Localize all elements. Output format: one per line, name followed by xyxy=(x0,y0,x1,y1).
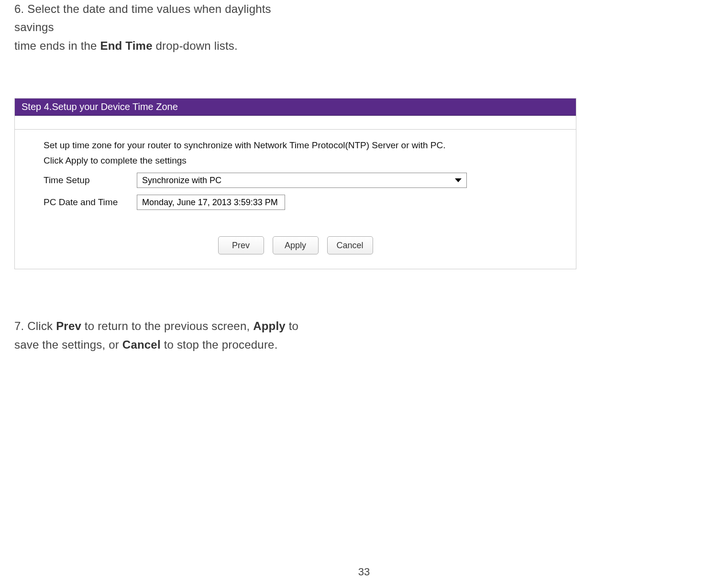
step6-line1: 6. Select the date and time values when … xyxy=(14,2,271,33)
pc-date-input[interactable]: Monday, June 17, 2013 3:59:33 PM xyxy=(137,195,285,210)
step7-b2: Apply xyxy=(253,319,286,332)
step7-b1: Prev xyxy=(56,319,81,332)
step7-line2-pre: save the settings, or xyxy=(14,338,122,351)
form-description-2: Click Apply to complete the settings xyxy=(44,155,547,166)
prev-button[interactable]: Prev xyxy=(218,236,264,254)
header-gap xyxy=(15,116,576,129)
step6-bold: End Time xyxy=(100,39,153,52)
form-description-1: Set up time zone for your router to sync… xyxy=(44,140,547,151)
prev-button-label: Prev xyxy=(232,241,250,251)
step-7-instruction: 7. Click Prev to return to the previous … xyxy=(14,317,311,354)
wizard-step-header: Step 4.Setup your Device Time Zone xyxy=(15,99,576,116)
step7-pre1: 7. Click xyxy=(14,319,56,332)
page-number: 33 xyxy=(358,566,370,578)
pc-date-value: Monday, June 17, 2013 3:59:33 PM xyxy=(142,198,278,208)
step6-line2-pre: time ends in the xyxy=(14,39,100,52)
step7-post1: to xyxy=(286,319,298,332)
step7-line2-post: to stop the procedure. xyxy=(161,338,278,351)
time-setup-select[interactable]: Synchronize with PC xyxy=(137,173,467,188)
time-setup-label: Time Setup xyxy=(44,175,137,186)
pc-date-row: PC Date and Time Monday, June 17, 2013 3… xyxy=(44,195,547,210)
step-6-instruction: 6. Select the date and time values when … xyxy=(14,0,311,55)
step7-b3: Cancel xyxy=(122,338,161,351)
step6-line2-post: drop-down lists. xyxy=(153,39,238,52)
cancel-button[interactable]: Cancel xyxy=(327,236,373,254)
apply-button[interactable]: Apply xyxy=(273,236,319,254)
chevron-down-icon xyxy=(455,178,462,182)
pc-date-label: PC Date and Time xyxy=(44,197,137,208)
screenshot-panel: Step 4.Setup your Device Time Zone Set u… xyxy=(14,98,576,269)
apply-button-label: Apply xyxy=(285,241,306,251)
time-setup-value: Synchronize with PC xyxy=(142,176,221,186)
time-setup-row: Time Setup Synchronize with PC xyxy=(44,173,547,188)
cancel-button-label: Cancel xyxy=(336,241,363,251)
button-row: Prev Apply Cancel xyxy=(44,236,547,254)
step7-mid1: to return to the previous screen, xyxy=(81,319,253,332)
form-panel: Set up time zone for your router to sync… xyxy=(15,129,576,269)
